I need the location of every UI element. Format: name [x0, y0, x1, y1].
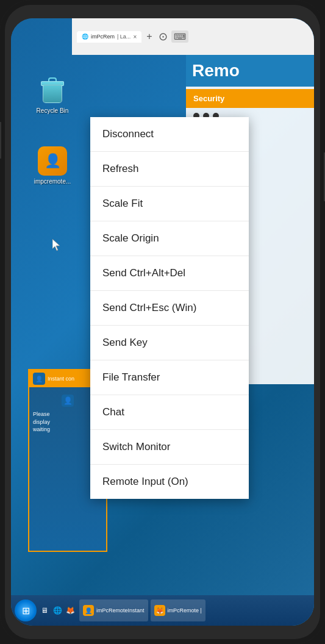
menu-item-file-transfer[interactable]: File Transfer [90, 360, 249, 395]
recycle-bin-visual [41, 77, 64, 103]
remote-heading: Remo [186, 55, 314, 87]
recycle-bin-desktop-icon[interactable]: Recycle Bin [28, 76, 77, 114]
menu-item-switch-monitor[interactable]: Switch Monitor [90, 430, 249, 465]
bin-body [43, 85, 62, 103]
security-badge: Security [186, 89, 314, 108]
start-button[interactable]: ⊞ [15, 599, 37, 621]
recycle-bin-label: Recycle Bin [37, 107, 69, 114]
tab-favicon: 🌐 [82, 34, 88, 40]
taskbar-instant-icon: 👤 [83, 605, 94, 616]
tab-close-button[interactable]: × [133, 34, 137, 40]
tab-separator: | La... [117, 34, 130, 40]
menu-item-disconnect[interactable]: Disconnect [90, 117, 249, 152]
impcremote-desktop-icon[interactable]: 👤 impcremote... [28, 146, 77, 185]
taskbar-monitor-icon[interactable]: 🖥 [39, 605, 50, 616]
browser-bar: 🌐 imPcRem | La... × + ⊙ ⌨ [72, 18, 314, 55]
menu-item-remote-input[interactable]: Remote Input (On) [90, 465, 249, 499]
instant-icon: 👤 [33, 373, 45, 385]
svg-marker-0 [52, 239, 60, 251]
desktop-background: 🌐 imPcRem | La... × + ⊙ ⌨ [11, 18, 314, 626]
menu-item-chat[interactable]: Chat [90, 395, 249, 430]
menu-item-scale-fit[interactable]: Scale Fit [90, 187, 249, 221]
screen: 🌐 imPcRem | La... × + ⊙ ⌨ [11, 18, 314, 626]
taskbar-network-icon[interactable]: 🌐 [52, 605, 63, 616]
impcremote-label: impcremote... [34, 178, 71, 185]
menu-item-send-ctrlesc[interactable]: Send Ctrl+Esc (Win) [90, 291, 249, 326]
taskbar-impcremote-button[interactable]: 🦊 imPcRemote | [151, 599, 205, 621]
impcremote-symbol: 👤 [45, 153, 61, 169]
instant-content-icon: 👤 [62, 395, 74, 407]
context-menu: Disconnect Refresh Scale Fit Scale Origi… [90, 117, 249, 499]
instant-panel-title: Instant con [48, 376, 74, 382]
tab-title: imPcRem [91, 34, 115, 40]
taskbar: ⊞ 🖥 🌐 🦊 👤 imPcRemoteInstant 🦊 [11, 595, 314, 626]
menu-item-send-key[interactable]: Send Key [90, 326, 249, 360]
start-icon: ⊞ [22, 605, 30, 617]
mouse-cursor [52, 239, 62, 251]
taskbar-impcremote-instant-button[interactable]: 👤 imPcRemoteInstant [79, 599, 148, 621]
recycle-bin-icon-image [38, 76, 67, 105]
keyboard-icon: ⌨ [171, 30, 188, 43]
browser-tab[interactable]: 🌐 imPcRem | La... × [77, 31, 141, 43]
new-tab-button[interactable]: + [146, 31, 152, 42]
taskbar-remote-icon: 🦊 [154, 605, 165, 616]
mouse-icon: ⊙ [159, 30, 168, 43]
volume-button[interactable] [0, 122, 1, 159]
taskbar-firefox-icon[interactable]: 🦊 [65, 605, 76, 616]
taskbar-instant-label: imPcRemoteInstant [96, 607, 145, 614]
taskbar-remote-label: imPcRemote | [168, 607, 202, 614]
impcremote-icon-image: 👤 [38, 146, 67, 176]
menu-item-scale-origin[interactable]: Scale Origin [90, 221, 249, 256]
menu-item-send-cad[interactable]: Send Ctrl+Alt+Del [90, 256, 249, 291]
menu-item-refresh[interactable]: Refresh [90, 152, 249, 187]
taskbar-quick-launch: 🖥 🌐 🦊 [39, 605, 76, 616]
impcremote-icon-visual: 👤 [38, 146, 67, 176]
phone-frame: 🌐 imPcRem | La... × + ⊙ ⌨ [0, 0, 325, 644]
